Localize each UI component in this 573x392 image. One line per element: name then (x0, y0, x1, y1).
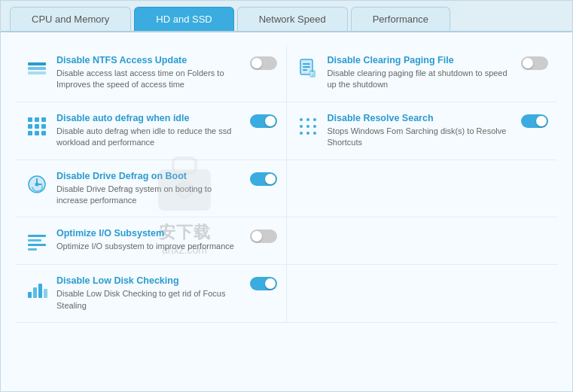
ntfs-toggle[interactable] (250, 56, 277, 73)
svg-rect-10 (35, 117, 39, 122)
svg-rect-0 (28, 71, 46, 74)
paging-toggle-switch[interactable] (521, 56, 548, 70)
setting-resolve: Disable Resolve Search Stops Windows Fom… (287, 102, 558, 160)
resolve-toggle-switch[interactable] (521, 114, 548, 128)
resolve-desc: Stops Windows Fom Sarching disk(s) to Re… (328, 126, 514, 149)
drivedefrag-title: Disable Drive Defrag on Boot (56, 171, 242, 181)
svg-point-23 (313, 125, 316, 128)
app-container: CPU and Memory HD and SSD Network Speed … (0, 0, 573, 392)
paging-desc: Disable clearing paging file at shutdown… (328, 68, 514, 91)
svg-rect-12 (28, 124, 32, 129)
defrag-toggle-switch[interactable] (250, 114, 277, 128)
setting-io: Optimize I/O Subsystem Optimize I/O subs… (16, 217, 287, 265)
drivedefrag-desc: Disable Drive Defrag system on booting t… (56, 184, 242, 207)
defrag-desc: Disable auto defrag when idle to reduce … (56, 126, 242, 149)
paging-toggle[interactable] (521, 56, 548, 73)
svg-rect-31 (28, 244, 46, 246)
svg-rect-29 (28, 235, 46, 237)
svg-rect-11 (41, 117, 46, 122)
tab-bar: CPU and Memory HD and SSD Network Speed … (1, 1, 572, 32)
io-text: Optimize I/O Subsystem Optimize I/O subs… (56, 228, 242, 252)
io-toggle-switch[interactable] (250, 229, 277, 243)
resolve-toggle[interactable] (521, 114, 548, 131)
svg-point-19 (306, 118, 309, 121)
lowdisk-toggle-switch[interactable] (250, 277, 277, 290)
svg-rect-34 (33, 287, 37, 298)
lowdisk-title: Disable Low Disk Checking (56, 275, 242, 286)
lowdisk-toggle[interactable] (250, 277, 277, 293)
svg-rect-33 (28, 292, 32, 298)
layers-icon (25, 56, 49, 81)
svg-rect-9 (28, 117, 32, 122)
drivedefrag-text: Disable Drive Defrag on Boot Disable Dri… (56, 171, 242, 207)
io-desc: Optimize I/O subsystem to improve perfor… (56, 241, 242, 252)
paging-text: Disable Clearing Paging File Disable cle… (328, 55, 514, 91)
tab-performance[interactable]: Performance (351, 7, 450, 31)
setting-drivedefrag: Disable Drive Defrag on Boot Disable Dri… (16, 160, 287, 218)
content-area: Disable NTFS Access Update Disable acces… (1, 32, 572, 391)
setting-paging: P Disable Clearing Paging File Disable c… (287, 44, 558, 102)
tab-hd[interactable]: HD and SSD (134, 7, 233, 31)
setting-ntfs: Disable NTFS Access Update Disable acces… (16, 44, 287, 102)
svg-rect-17 (41, 131, 46, 135)
lowdisk-text: Disable Low Disk Checking Disable Low Di… (56, 275, 242, 311)
document-icon: P (296, 56, 320, 81)
svg-point-28 (35, 182, 39, 186)
svg-point-20 (313, 118, 316, 121)
tab-network[interactable]: Network Speed (237, 7, 348, 31)
svg-rect-36 (44, 289, 47, 298)
svg-point-22 (306, 125, 309, 128)
ntfs-toggle-switch[interactable] (250, 56, 277, 70)
svg-point-24 (300, 132, 303, 135)
lowdisk-desc: Disable Low Disk Checking to get rid of … (56, 288, 242, 311)
svg-point-21 (300, 125, 303, 128)
setting-defrag: Disable auto defrag when idle Disable au… (16, 102, 287, 160)
setting-empty1 (287, 160, 558, 218)
svg-point-25 (306, 132, 309, 135)
paging-title: Disable Clearing Paging File (328, 55, 514, 65)
svg-point-26 (313, 132, 316, 135)
resolve-title: Disable Resolve Search (328, 113, 514, 123)
svg-rect-14 (41, 124, 46, 129)
grid-icon (25, 114, 49, 138)
svg-rect-15 (28, 131, 32, 135)
setting-empty3 (287, 265, 558, 323)
chart-icon (25, 277, 49, 301)
svg-rect-32 (28, 248, 37, 251)
svg-rect-6 (303, 69, 307, 71)
setting-lowdisk: Disable Low Disk Checking Disable Low Di… (16, 265, 287, 323)
svg-rect-16 (35, 131, 39, 135)
setting-empty2 (287, 217, 558, 265)
ntfs-desc: Disable access last access time on Folde… (56, 68, 242, 91)
io-toggle[interactable] (250, 229, 277, 246)
svg-rect-2 (28, 62, 46, 65)
svg-rect-13 (35, 124, 39, 129)
drivedefrag-toggle[interactable] (250, 172, 277, 189)
svg-rect-30 (28, 239, 41, 242)
svg-rect-35 (38, 284, 42, 298)
io-title: Optimize I/O Subsystem (56, 228, 242, 239)
drivedefrag-toggle-switch[interactable] (250, 172, 277, 186)
ntfs-text: Disable NTFS Access Update Disable acces… (56, 55, 242, 91)
dots-grid-icon (296, 114, 320, 138)
defrag-title: Disable auto defrag when idle (56, 113, 242, 123)
svg-point-18 (300, 118, 303, 121)
recycle-icon (25, 172, 49, 196)
defrag-toggle[interactable] (250, 114, 277, 131)
tab-cpu[interactable]: CPU and Memory (10, 7, 131, 31)
resolve-text: Disable Resolve Search Stops Windows Fom… (328, 113, 514, 149)
ntfs-title: Disable NTFS Access Update (56, 55, 242, 65)
settings-grid: Disable NTFS Access Update Disable acces… (16, 44, 557, 323)
svg-rect-5 (303, 66, 310, 68)
defrag-text: Disable auto defrag when idle Disable au… (56, 113, 242, 149)
lines-icon (25, 229, 49, 254)
svg-rect-1 (28, 67, 46, 70)
svg-text:P: P (310, 71, 314, 77)
svg-rect-4 (303, 63, 310, 65)
